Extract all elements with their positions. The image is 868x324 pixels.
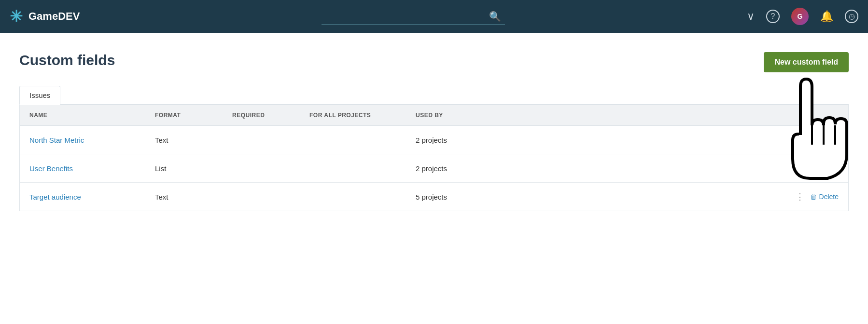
field-name-north-star[interactable]: North Star Metric [29,136,155,144]
header-icons: ∨ ? G 🔔 ◷ [747,8,858,25]
more-menu-icon[interactable]: ⋮ [796,191,804,202]
table-row: Target audience Text 5 projects ⋮ 🗑 Dele… [20,183,848,211]
trash-icon: 🗑 [810,164,817,172]
trash-icon: 🗑 [810,136,817,144]
logo[interactable]: ✳ GameDEV [10,7,80,26]
table-row: User Benefits List 2 projects ⋮ 🗑 Delete [20,154,848,183]
chevron-down-icon[interactable]: ∨ [747,10,755,23]
field-format-user-benefits: List [155,164,232,173]
page-title: Custom fields [19,52,115,68]
custom-fields-table: NAME FORMAT REQUIRED FOR ALL PROJECTS US… [19,105,849,211]
col-header-actions [512,112,839,119]
notifications-icon[interactable]: 🔔 [820,10,833,23]
search-icon[interactable]: 🔍 [489,11,501,22]
col-header-required: REQUIRED [232,112,309,119]
delete-button-target-audience[interactable]: 🗑 Delete [810,193,839,201]
field-actions-target-audience: ⋮ 🗑 Delete [512,191,839,202]
new-custom-field-button[interactable]: New custom field [764,52,849,72]
delete-button-north-star[interactable]: 🗑 Delete [810,136,839,144]
logo-icon: ✳ [10,7,23,26]
delete-label: Delete [819,164,839,172]
help-icon[interactable]: ? [766,10,780,23]
field-name-target-audience[interactable]: Target audience [29,193,155,201]
app-header: ✳ GameDEV 🔍 ∨ ? G 🔔 ◷ [0,0,868,33]
tab-issues[interactable]: Issues [19,86,60,105]
field-actions-north-star: ⋮ 🗑 Delete [512,135,839,145]
avatar[interactable]: G [791,8,809,25]
delete-label: Delete [819,136,839,144]
search-area: 🔍 [87,8,739,25]
field-used-by-target-audience: 5 projects [416,193,512,201]
table-row: North Star Metric Text 2 projects ⋮ 🗑 De… [20,126,848,154]
field-format-target-audience: Text [155,193,232,201]
field-used-by-north-star: 2 projects [416,136,512,144]
search-bar[interactable]: 🔍 [322,8,505,25]
col-header-name: NAME [29,112,155,119]
field-format-north-star: Text [155,136,232,144]
field-name-user-benefits[interactable]: User Benefits [29,164,155,173]
field-used-by-user-benefits: 2 projects [416,164,512,173]
tabs-container: Issues [19,86,849,105]
more-menu-icon[interactable]: ⋮ [796,135,804,145]
main-content: Custom fields New custom field Issues NA… [0,33,868,324]
delete-button-user-benefits[interactable]: 🗑 Delete [810,164,839,172]
page-header: Custom fields New custom field [19,52,849,72]
history-icon[interactable]: ◷ [845,10,858,23]
table-header: NAME FORMAT REQUIRED FOR ALL PROJECTS US… [20,105,848,126]
field-actions-user-benefits: ⋮ 🗑 Delete [512,163,839,174]
col-header-used-by: USED BY [416,112,512,119]
logo-text: GameDEV [28,10,80,23]
trash-icon: 🗑 [810,193,817,201]
more-menu-icon[interactable]: ⋮ [796,163,804,174]
delete-label: Delete [819,193,839,201]
col-header-format: FORMAT [155,112,232,119]
col-header-all-projects: FOR ALL PROJECTS [309,112,416,119]
